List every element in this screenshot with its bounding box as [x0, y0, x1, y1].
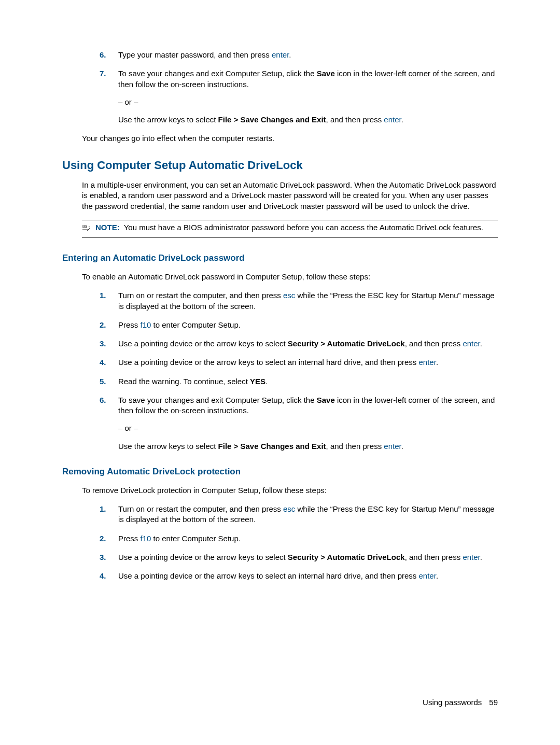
remove-step-2: 2. Press f10 to enter Computer Setup. [100, 533, 498, 544]
step-number: 1. [100, 290, 118, 312]
remove-step-1: 1. Turn on or restart the computer, and … [100, 504, 498, 525]
heading-1: Using Computer Setup Automatic DriveLock [62, 158, 498, 173]
text: . [401, 115, 403, 124]
step-number: 2. [100, 320, 118, 330]
key-esc: esc [283, 291, 295, 300]
step-body: Type your master password, and then pres… [118, 50, 498, 60]
or-line: – or – [118, 423, 498, 433]
note-icon: 333 [82, 223, 93, 234]
text: . [436, 571, 438, 580]
step-6: 6. Type your master password, and then p… [100, 50, 498, 60]
remove-step-3: 3. Use a pointing device or the arrow ke… [100, 552, 498, 563]
step-body: Use a pointing device or the arrow keys … [118, 339, 498, 349]
note-text: NOTE:You must have a BIOS administrator … [95, 222, 498, 233]
text: Press [118, 320, 141, 329]
key-enter: enter [419, 358, 436, 367]
key-enter: enter [272, 50, 289, 59]
text: Read the warning. To continue, select [118, 377, 250, 386]
step-number: 3. [100, 339, 118, 349]
step-number: 4. [100, 357, 118, 368]
or-line: – or – [118, 97, 498, 107]
bold-save: Save [317, 396, 335, 404]
enter-steps: 1. Turn on or restart the computer, and … [100, 290, 498, 452]
key-esc: esc [283, 504, 295, 513]
text: To save your changes and exit Computer S… [118, 69, 317, 78]
text: Turn on or restart the computer, and the… [118, 291, 283, 300]
bold-path: Security > Automatic DriveLock [288, 553, 405, 561]
heading-2-enter: Entering an Automatic DriveLock password [62, 252, 498, 264]
page: 6. Type your master password, and then p… [0, 0, 560, 745]
bold-path: File > Save Changes and Exit [218, 442, 326, 451]
text: , and then press [405, 339, 463, 348]
text: To save your changes and exit Computer S… [118, 396, 317, 404]
text: . [401, 442, 403, 451]
text: . [436, 358, 438, 367]
enter-step-1: 1. Turn on or restart the computer, and … [100, 290, 498, 312]
step-body: Press f10 to enter Computer Setup. [118, 320, 498, 330]
text: to enter Computer Setup. [151, 320, 241, 329]
key-enter: enter [384, 115, 401, 124]
section-intro: In a multiple-user environment, you can … [82, 180, 498, 212]
step-body: Turn on or restart the computer, and the… [118, 290, 498, 312]
note-label: NOTE: [95, 223, 120, 232]
text: Use the arrow keys to select [118, 115, 218, 124]
step-number: 7. [100, 68, 118, 125]
enter-step-6: 6. To save your changes and exit Compute… [100, 395, 498, 452]
bold-path: File > Save Changes and Exit [218, 115, 326, 124]
text: Use the arrow keys to select [118, 442, 218, 451]
text: . [480, 339, 482, 348]
text: Use a pointing device or the arrow keys … [118, 553, 288, 561]
page-footer: Using passwords59 [423, 697, 498, 708]
heading-2-remove: Removing Automatic DriveLock protection [62, 466, 498, 478]
text: Use a pointing device or the arrow keys … [118, 358, 419, 367]
text: . [289, 50, 291, 59]
text: Press [118, 534, 141, 543]
step-7: 7. To save your changes and exit Compute… [100, 68, 498, 125]
alt-instruction: Use the arrow keys to select File > Save… [118, 441, 498, 452]
step-body: Read the warning. To continue, select YE… [118, 376, 498, 387]
bold-save: Save [317, 69, 335, 78]
step-body: To save your changes and exit Computer S… [118, 68, 498, 125]
step-body: Use a pointing device or the arrow keys … [118, 571, 498, 581]
text: , and then press [326, 115, 384, 124]
footer-section: Using passwords [423, 698, 482, 707]
key-enter: enter [463, 553, 480, 561]
step-number: 4. [100, 571, 118, 581]
step-number: 3. [100, 552, 118, 563]
step-number: 6. [100, 50, 118, 60]
key-f10: f10 [141, 534, 151, 543]
key-enter: enter [463, 339, 480, 348]
text: . [480, 553, 482, 561]
enter-step-5: 5. Read the warning. To continue, select… [100, 376, 498, 387]
bold-path: Security > Automatic DriveLock [288, 339, 405, 348]
step-body: Use a pointing device or the arrow keys … [118, 357, 498, 368]
text: Turn on or restart the computer, and the… [118, 504, 283, 513]
bold-yes: YES [250, 377, 265, 386]
text: , and then press [326, 442, 384, 451]
enter-step-4: 4. Use a pointing device or the arrow ke… [100, 357, 498, 368]
text: Use a pointing device or the arrow keys … [118, 339, 288, 348]
key-enter: enter [384, 442, 401, 451]
step-body: Use a pointing device or the arrow keys … [118, 552, 498, 563]
text: Use a pointing device or the arrow keys … [118, 571, 419, 580]
note-box: 333 NOTE:You must have a BIOS administra… [82, 220, 498, 238]
step-number: 6. [100, 395, 118, 452]
text: Type your master password, and then pres… [118, 50, 272, 59]
key-f10: f10 [141, 320, 151, 329]
remove-steps: 1. Turn on or restart the computer, and … [100, 504, 498, 581]
text: , and then press [405, 553, 463, 561]
step-number: 2. [100, 533, 118, 544]
text: to enter Computer Setup. [151, 534, 241, 543]
step-number: 1. [100, 504, 118, 525]
step-body: To save your changes and exit Computer S… [118, 395, 498, 452]
enter-step-2: 2. Press f10 to enter Computer Setup. [100, 320, 498, 330]
continuation-steps: 6. Type your master password, and then p… [100, 50, 498, 125]
footer-page-number: 59 [489, 698, 498, 707]
step-body: Turn on or restart the computer, and the… [118, 504, 498, 525]
text: . [265, 377, 268, 386]
note-body: You must have a BIOS administrator passw… [124, 223, 483, 232]
enter-step-3: 3. Use a pointing device or the arrow ke… [100, 339, 498, 349]
step-number: 5. [100, 376, 118, 387]
remove-intro: To remove DriveLock protection in Comput… [82, 485, 498, 496]
enter-intro: To enable an Automatic DriveLock passwor… [82, 272, 498, 282]
